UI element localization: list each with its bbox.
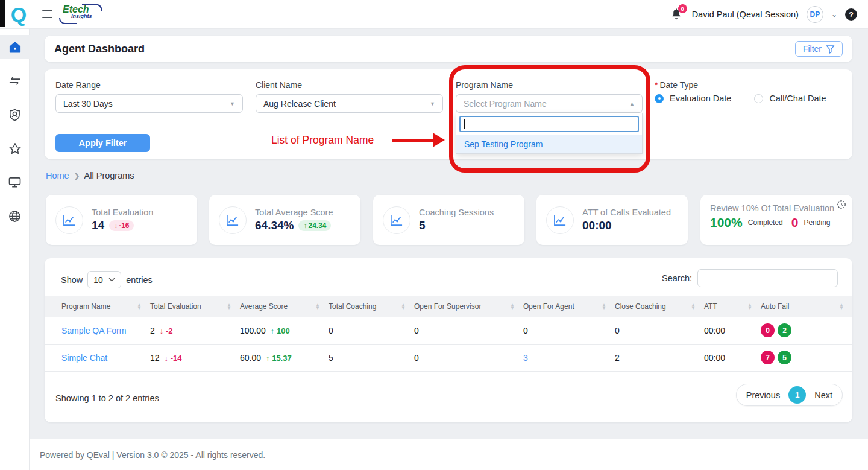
page-number-button[interactable]: 1 — [788, 386, 806, 404]
sort-icon[interactable]: ▲▼ — [227, 303, 231, 310]
chevron-down-icon[interactable]: ⌄ — [831, 10, 837, 19]
att-value: 00:00 — [704, 326, 725, 335]
column-header-auto-fail[interactable]: Auto Fail▲▼ — [761, 296, 852, 317]
caret-down-icon: ▼ — [430, 101, 435, 107]
program-name-dropdown: Sep Testing Program — [456, 113, 643, 154]
review-completed-value: 100% — [710, 215, 743, 230]
breadcrumb-current: All Programs — [84, 171, 134, 180]
footer-text: Powered by QEval | Version 3.0 © 2025 - … — [40, 450, 265, 460]
open-agent-link[interactable]: 3 — [523, 353, 528, 363]
page-title-bar: Agent Dashboard Filter — [45, 36, 852, 62]
sort-icon[interactable]: ▲▼ — [691, 303, 696, 310]
radio-evaluation-date[interactable] — [655, 94, 664, 103]
column-header-total-evaluation[interactable]: Total Evaluation▲▼ — [150, 296, 240, 317]
sort-icon[interactable]: ▲▼ — [747, 303, 752, 310]
menu-toggle-icon[interactable] — [42, 10, 52, 18]
entries-summary: Showing 1 to 2 of 2 entries — [55, 393, 159, 403]
table-row: Simple Chat 12↓ -14 60.00↑ 15.37 5 0 3 2… — [45, 344, 852, 371]
stat-value: 14 — [92, 219, 104, 232]
column-header-close-coaching[interactable]: Close Coaching▲▼ — [615, 296, 704, 317]
filter-button[interactable]: Filter — [795, 41, 843, 57]
program-name-label: Program Name — [456, 80, 513, 90]
stat-delta-badge: ↑24.34 — [298, 220, 331, 231]
date-range-select[interactable]: Last 30 Days ▼ — [55, 94, 243, 113]
logo-swoosh-top — [82, 4, 102, 11]
stat-card-average-score: Total Average Score 64.34% ↑24.34 — [209, 195, 360, 245]
client-name-select[interactable]: Aug Release Client ▼ — [256, 94, 443, 113]
stat-label: Review 10% Of Total Evaluation — [710, 203, 845, 213]
program-link[interactable]: Simple Chat — [61, 353, 107, 363]
stat-card-review: Review 10% Of Total Evaluation 100% Comp… — [700, 195, 852, 245]
next-button[interactable]: Next — [814, 390, 832, 400]
notifications-bell-icon[interactable]: 0 — [670, 7, 684, 22]
sort-icon[interactable]: ▲▼ — [602, 303, 606, 310]
filter-button-label: Filter — [803, 44, 822, 54]
show-label: Show — [61, 275, 83, 285]
open-supervisor-value: 0 — [414, 353, 419, 363]
sort-icon[interactable]: ▲▼ — [510, 303, 515, 310]
program-option-sep-testing[interactable]: Sep Testing Program — [456, 135, 642, 153]
sidebar — [0, 29, 30, 470]
column-header-total-coaching[interactable]: Total Coaching▲▼ — [329, 296, 414, 317]
page-size-select[interactable]: 10 — [87, 271, 121, 288]
qeval-logo-icon[interactable]: Q — [7, 3, 31, 26]
breadcrumb-home-link[interactable]: Home — [46, 171, 69, 180]
open-agent-value: 0 — [523, 326, 528, 335]
sidebar-item-home[interactable] — [0, 35, 30, 59]
auto-fail-red-badge[interactable]: 7 — [761, 351, 775, 364]
close-coaching-value: 0 — [615, 326, 620, 335]
review-pending-value: 0 — [791, 215, 799, 230]
chart-line-icon — [383, 206, 410, 234]
sidebar-item-global[interactable] — [0, 204, 30, 228]
column-header-average-score[interactable]: Average Score▲▼ — [240, 296, 329, 317]
sort-icon[interactable]: ▲▼ — [315, 303, 320, 310]
apply-filter-button[interactable]: Apply Filter — [55, 134, 150, 152]
average-score-value: 60.00 — [240, 353, 261, 363]
table-row: Sample QA Form 2↓ -2 100.00↑ 100 0 0 0 0… — [45, 317, 852, 344]
caret-down-icon: ▼ — [230, 101, 235, 107]
chart-line-icon — [219, 206, 247, 234]
column-header-att[interactable]: ATT▲▼ — [704, 296, 761, 317]
previous-button[interactable]: Previous — [746, 390, 780, 400]
stat-card-att: ATT of Calls Evaluated 00:00 — [536, 195, 688, 245]
annotation-arrow-head — [433, 133, 445, 147]
arrow-up-icon: ↑ — [303, 221, 307, 230]
logo-edge — [0, 0, 5, 27]
sort-icon[interactable]: ▲▼ — [137, 303, 142, 310]
program-link[interactable]: Sample QA Form — [61, 326, 126, 335]
delta-up: ↑ 100 — [271, 326, 290, 335]
help-icon[interactable]: ? — [845, 8, 857, 21]
sort-icon[interactable]: ▲▼ — [401, 303, 406, 310]
programs-table-card: Show 10 entries Search: Program Name▲▼ T… — [45, 258, 852, 422]
transfer-icon — [8, 76, 21, 86]
auto-fail-red-badge[interactable]: 0 — [761, 323, 775, 337]
sidebar-item-transfer[interactable] — [0, 69, 30, 93]
auto-fail-green-badge[interactable]: 5 — [778, 351, 791, 364]
column-header-open-for-agent[interactable]: Open For Agent▲▼ — [523, 296, 615, 317]
badge-icon — [8, 109, 21, 121]
sidebar-item-badge[interactable] — [0, 103, 30, 127]
sort-icon[interactable]: ▲▼ — [839, 303, 844, 310]
monitor-icon — [8, 177, 21, 188]
table-header-row: Program Name▲▼ Total Evaluation▲▼ Averag… — [45, 296, 852, 317]
radio-evaluation-date-label: Evaluation Date — [670, 94, 731, 103]
auto-fail-green-badge[interactable]: 2 — [778, 323, 791, 337]
stat-value: 00:00 — [582, 219, 612, 232]
history-clock-icon[interactable] — [837, 200, 846, 212]
column-header-program-name[interactable]: Program Name▲▼ — [45, 296, 150, 317]
column-header-open-for-supervisor[interactable]: Open For Supervisor▲▼ — [414, 296, 523, 317]
program-search-input[interactable] — [459, 116, 639, 132]
filter-panel: Date Range Last 30 Days ▼ Client Name Au… — [45, 69, 852, 159]
close-coaching-value: 2 — [615, 353, 620, 363]
radio-callchat-date[interactable] — [754, 94, 763, 103]
search-input[interactable] — [697, 269, 838, 287]
stat-label: Coaching Sessions — [419, 208, 494, 217]
breadcrumb-separator-icon: ❯ — [74, 171, 80, 180]
sidebar-item-favorites[interactable] — [0, 136, 30, 160]
program-name-select[interactable]: Select Program Name ▲ — [456, 94, 643, 113]
sidebar-item-monitor[interactable] — [0, 170, 30, 194]
avatar[interactable]: DP — [807, 6, 823, 23]
stat-label: Total Evaluation — [92, 208, 153, 217]
total-coaching-value: 0 — [329, 326, 333, 335]
total-evaluation-value: 2 — [150, 326, 155, 335]
